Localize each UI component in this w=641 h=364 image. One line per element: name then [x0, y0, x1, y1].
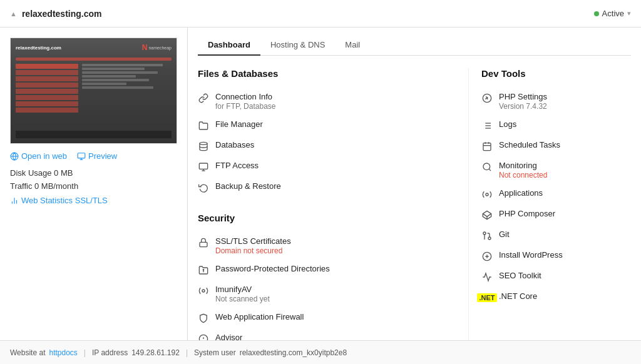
top-bar-right: Active ▾: [594, 9, 631, 18]
tab-mail[interactable]: Mail: [335, 35, 370, 56]
svg-rect-9: [199, 163, 207, 169]
install-wordpress-item[interactable]: Install WordPress: [481, 246, 631, 266]
imunifyav-label: ImunifyAV: [215, 285, 270, 294]
tabs: Dashboard Hosting & DNS Mail: [198, 28, 631, 56]
php-composer-icon: [481, 210, 493, 221]
php-settings-item[interactable]: PHP Settings Version 7.4.32: [481, 88, 631, 115]
ip-label: IP address: [92, 348, 128, 357]
ftp-access-label: FTP Access: [215, 161, 259, 170]
system-user-label: System user: [194, 348, 236, 357]
logs-item[interactable]: Logs: [481, 115, 631, 136]
preview-link[interactable]: Preview: [77, 151, 117, 161]
monitoring-icon: [481, 161, 493, 173]
connection-info-label: Connection Info: [215, 92, 276, 101]
connection-info-item[interactable]: Connection Info for FTP, Database: [198, 88, 456, 115]
main-content: relaxedtesting.com N namecheap: [0, 28, 641, 340]
git-item[interactable]: Git: [481, 225, 631, 246]
preview-icon: [77, 152, 86, 161]
seo-toolkit-item[interactable]: SEO Toolkit: [481, 266, 631, 287]
scheduled-tasks-label: Scheduled Tasks: [499, 140, 560, 149]
httpdocs-link[interactable]: httpdocs: [49, 348, 77, 357]
ip-value: 149.28.61.192: [131, 348, 180, 357]
seo-toolkit-label: SEO Toolkit: [499, 271, 541, 280]
applications-icon: [481, 189, 493, 200]
file-manager-item[interactable]: File Manager: [198, 115, 456, 136]
top-bar: ▲ relaxedtesting.com Active ▾: [0, 0, 641, 28]
tab-hosting-dns[interactable]: Hosting & DNS: [260, 35, 335, 56]
dev-tools-column: Dev Tools PHP Settings Version 7.4.32: [468, 68, 631, 340]
monitoring-sub: Not connected: [499, 171, 547, 179]
domain-name: relaxedtesting.com: [22, 9, 102, 19]
svg-point-37: [483, 232, 486, 235]
svg-rect-27: [483, 143, 491, 151]
file-manager-label: File Manager: [215, 119, 263, 129]
php-settings-label: PHP Settings: [499, 92, 547, 101]
php-composer-label: PHP Composer: [499, 209, 555, 218]
collapse-icon[interactable]: ▲: [10, 10, 17, 18]
ftp-access-item[interactable]: FTP Access: [198, 156, 456, 177]
password-protected-item[interactable]: Password-Protected Directories: [198, 260, 456, 280]
svg-rect-2: [78, 153, 85, 158]
traffic-info: Traffic 0 MB/month: [10, 181, 177, 191]
left-actions: Open in web Preview: [10, 151, 177, 161]
seo-icon: [481, 271, 493, 283]
left-panel: relaxedtesting.com N namecheap: [0, 28, 188, 340]
install-wordpress-label: Install WordPress: [499, 250, 563, 260]
net-core-item[interactable]: .NET .NET Core: [481, 287, 631, 308]
ftp-icon: [198, 161, 209, 173]
svg-rect-12: [200, 242, 207, 246]
security-section: Security SSL/TLS Certificates Domain not…: [198, 213, 456, 340]
status-chevron-icon[interactable]: ▾: [627, 9, 631, 18]
applications-item[interactable]: Applications: [481, 184, 631, 205]
system-user-value: relaxedtesting.com_kx0yitpb2e8: [240, 348, 347, 357]
files-databases-title: Files & Databases: [198, 68, 456, 79]
applications-label: Applications: [499, 188, 543, 198]
file-manager-icon: [198, 120, 209, 131]
open-in-web-link[interactable]: Open in web: [10, 151, 67, 161]
monitoring-item[interactable]: Monitoring Not connected: [481, 156, 631, 184]
connection-icon: [198, 93, 209, 104]
imunifyav-icon: [198, 285, 209, 296]
databases-icon: [198, 141, 209, 152]
waf-icon: [198, 313, 209, 324]
php-icon: [481, 93, 493, 104]
git-icon: [481, 230, 493, 241]
backup-restore-label: Backup & Restore: [215, 181, 281, 191]
footer-bar: Website at httpdocs | IP address 149.28.…: [0, 340, 641, 364]
tab-dashboard[interactable]: Dashboard: [198, 35, 260, 56]
svg-point-33: [486, 193, 488, 196]
svg-point-15: [202, 290, 205, 292]
advisor-icon: [198, 333, 209, 340]
ssl-sub: Domain not secured: [215, 246, 291, 255]
imunifyav-sub: Not scanned yet: [215, 295, 270, 303]
top-bar-left: ▲ relaxedtesting.com: [10, 9, 102, 19]
ssl-tls-item[interactable]: SSL/TLS Certificates Domain not secured: [198, 232, 456, 260]
svg-point-8: [200, 142, 207, 144]
git-label: Git: [499, 230, 510, 239]
globe-icon: [10, 152, 19, 161]
advisor-item[interactable]: Advisor: [198, 328, 456, 340]
web-statistics-link[interactable]: Web Statistics SSL/TLS: [10, 196, 177, 205]
php-composer-item[interactable]: PHP Composer: [481, 205, 631, 225]
files-databases-section: Files & Databases Connection Info for FT…: [198, 68, 456, 198]
backup-restore-item[interactable]: Backup & Restore: [198, 177, 456, 198]
main-column: Files & Databases Connection Info for FT…: [198, 68, 468, 340]
svg-point-14: [203, 270, 203, 270]
dev-tools-title: Dev Tools: [481, 68, 631, 79]
imunifyav-item[interactable]: ImunifyAV Not scanned yet: [198, 280, 456, 308]
databases-label: Databases: [215, 140, 254, 149]
svg-line-32: [489, 169, 491, 171]
net-core-icon: .NET: [481, 292, 493, 303]
scheduled-tasks-item[interactable]: Scheduled Tasks: [481, 136, 631, 156]
security-title: Security: [198, 213, 456, 223]
chart-icon: [10, 196, 19, 205]
disk-usage-info: Disk Usage 0 MB: [10, 168, 177, 178]
waf-item[interactable]: Web Application Firewall: [198, 308, 456, 328]
waf-label: Web Application Firewall: [215, 312, 304, 321]
php-settings-sub: Version 7.4.32: [499, 102, 547, 111]
status-text[interactable]: Active: [602, 9, 624, 18]
wordpress-icon: [481, 251, 493, 262]
scheduled-tasks-icon: [481, 141, 493, 152]
monitoring-label: Monitoring: [499, 161, 547, 170]
databases-item[interactable]: Databases: [198, 136, 456, 156]
